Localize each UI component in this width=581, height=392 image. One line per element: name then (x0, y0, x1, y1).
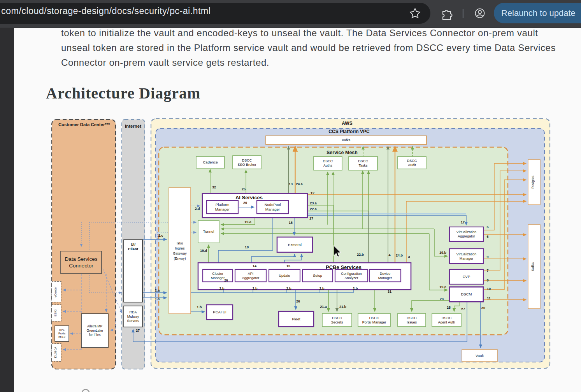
svg-text:23.a: 23.a (310, 201, 317, 205)
svg-text:AWS: AWS (342, 121, 352, 126)
svg-text:25: 25 (242, 187, 246, 191)
svg-text:2.d: 2.d (195, 207, 200, 211)
svg-text:Kafka: Kafka (342, 138, 351, 142)
svg-text:14: 14 (253, 264, 256, 268)
svg-text:7: 7 (486, 269, 488, 272)
svg-text:1.a: 1.a (155, 297, 160, 301)
svg-text:DL380A: DL380A (54, 346, 57, 358)
svg-text:for Files: for Files (89, 333, 100, 337)
svg-text:28: 28 (447, 306, 451, 309)
svg-text:(Envoy): (Envoy) (174, 257, 186, 260)
svg-text:Virtualization: Virtualization (456, 230, 476, 234)
svg-text:21.b: 21.b (339, 305, 347, 309)
svg-text:10: 10 (487, 287, 491, 291)
svg-text:11: 11 (487, 296, 491, 300)
svg-text:30: 30 (481, 306, 485, 310)
svg-text:26: 26 (296, 299, 300, 303)
svg-text:Tasks: Tasks (358, 163, 368, 167)
svg-text:UI/: UI/ (131, 242, 136, 246)
svg-text:Portal Manager: Portal Manager (362, 320, 386, 324)
svg-text:31: 31 (388, 290, 391, 294)
svg-text:CCS Platform VPC: CCS Platform VPC (328, 129, 370, 134)
svg-text:Device: Device (380, 272, 391, 276)
svg-text:24.b: 24.b (396, 253, 403, 257)
svg-text:Manager: Manager (211, 276, 225, 280)
svg-text:DSCC: DSCC (358, 159, 368, 163)
svg-text:DSCC: DSCC (442, 316, 452, 320)
svg-text:Virtualization: Virtualization (456, 252, 476, 256)
svg-text:DSCC: DSCC (242, 158, 252, 162)
svg-text:Servers: Servers (127, 319, 139, 323)
svg-text:GreenLake: GreenLake (86, 329, 103, 332)
svg-text:19.b: 19.b (439, 251, 447, 255)
svg-text:AI Services: AI Services (235, 195, 263, 200)
svg-text:Postgres: Postgres (531, 176, 535, 189)
svg-text:Alletra MP: Alletra MP (87, 324, 103, 328)
svg-text:Vault: Vault (476, 353, 484, 358)
svg-text:HPE: HPE (59, 329, 65, 331)
svg-text:Manager: Manager (378, 276, 392, 280)
svg-text:Issues: Issues (407, 320, 417, 324)
svg-text:Ezmeral: Ezmeral (288, 243, 302, 247)
svg-text:5: 5 (486, 225, 488, 229)
svg-text:Platform: Platform (216, 202, 229, 207)
svg-text:Setup: Setup (313, 274, 322, 278)
svg-text:26: 26 (224, 278, 228, 282)
svg-text:DSCM: DSCM (461, 292, 472, 296)
svg-text:18: 18 (245, 245, 249, 249)
svg-text:24.a: 24.a (296, 182, 303, 186)
svg-text:Cluster: Cluster (212, 272, 223, 276)
svg-text:Fleet: Fleet (292, 317, 300, 321)
svg-text:Gateway: Gateway (173, 251, 187, 255)
svg-text:Tunnel: Tunnel (203, 229, 214, 234)
svg-text:Audit: Audit (408, 163, 416, 167)
svg-text:Analyzer: Analyzer (344, 276, 358, 280)
svg-text:22.b: 22.b (357, 253, 364, 257)
svg-text:NodePool: NodePool (265, 202, 281, 207)
svg-text:CVP: CVP (463, 274, 470, 279)
svg-text:Ingres: Ingres (175, 246, 185, 250)
svg-text:Secrets: Secrets (331, 320, 343, 324)
svg-text:Agent Auth: Agent Auth (438, 320, 455, 324)
svg-text:DSCC: DSCC (407, 159, 417, 163)
svg-text:4: 4 (388, 253, 390, 257)
svg-text:SSO Broker: SSO Broker (237, 163, 256, 167)
svg-text:Service Mesh: Service Mesh (326, 150, 358, 155)
svg-text:Manager: Manager (215, 207, 230, 211)
svg-text:3: 3 (408, 255, 410, 259)
svg-text:Manager: Manager (460, 257, 474, 260)
svg-text:1.b: 1.b (197, 305, 202, 309)
svg-text:Connector: Connector (69, 263, 93, 269)
svg-text:15: 15 (286, 264, 290, 268)
svg-text:Manager: Manager (265, 207, 280, 211)
svg-text:API: API (248, 272, 254, 276)
svg-text:Configuration: Configuration (341, 272, 362, 276)
svg-text:20: 20 (243, 201, 247, 205)
svg-text:ESXi: ESXi (54, 309, 57, 316)
svg-text:8: 8 (486, 278, 488, 282)
svg-text:17: 17 (309, 216, 313, 220)
svg-text:19.a: 19.a (244, 220, 252, 224)
svg-text:22.a: 22.a (310, 207, 317, 211)
svg-text:27: 27 (461, 307, 465, 311)
svg-text:19.d: 19.d (200, 249, 207, 253)
svg-text:6: 6 (486, 235, 488, 239)
svg-text:Client: Client (128, 247, 139, 251)
svg-text:vCenter: vCenter (54, 287, 57, 297)
svg-text:12: 12 (311, 191, 314, 195)
svg-text:Cadence: Cadence (203, 160, 218, 164)
svg-text:Internet: Internet (125, 124, 141, 128)
svg-text:Data Services: Data Services (65, 256, 97, 262)
svg-text:2.b: 2.b (252, 287, 258, 290)
svg-text:17: 17 (461, 220, 465, 224)
svg-text:DSCC: DSCC (323, 159, 333, 163)
svg-text:Customer Data Center***: Customer Data Center*** (58, 122, 110, 127)
svg-text:21.a: 21.a (320, 305, 327, 309)
svg-text:9: 9 (486, 255, 488, 259)
svg-text:2.a: 2.a (155, 288, 160, 292)
svg-text:DSCC: DSCC (407, 316, 417, 320)
svg-text:2.b: 2.b (219, 287, 225, 290)
svg-text:Kafka: Kafka (531, 262, 535, 271)
svg-text:Midway: Midway (127, 315, 139, 318)
svg-text:23: 23 (440, 297, 444, 301)
